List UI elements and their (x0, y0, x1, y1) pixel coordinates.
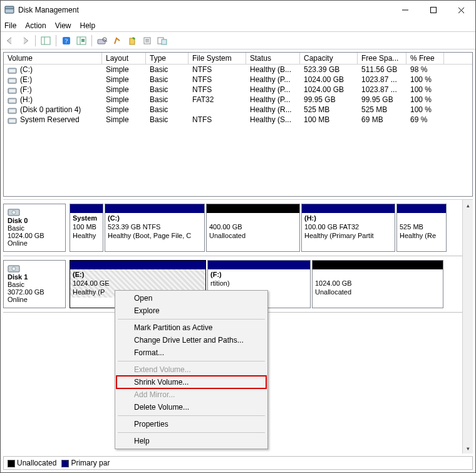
col-capacity[interactable]: Capacity (300, 53, 358, 65)
disk-type: Basic (8, 224, 61, 232)
toolbar-separator (35, 35, 36, 46)
ctx-format[interactable]: Format... (116, 346, 266, 359)
disk-name: Disk 0 (8, 217, 61, 224)
menu-action[interactable]: Action (25, 21, 46, 30)
cell (189, 105, 246, 115)
maximize-button[interactable] (419, 1, 447, 19)
legend-primary: Primary par (61, 459, 110, 467)
ctx-open[interactable]: Open (116, 292, 266, 304)
cell: (E:) (4, 75, 102, 85)
partition[interactable]: (H:)100.00 GB FAT32Healthy (Primary Part… (301, 204, 395, 252)
cell: Healthy (P... (246, 75, 300, 85)
scroll-up-icon[interactable]: ▴ (463, 200, 473, 211)
drive-icon (8, 96, 18, 104)
vertical-scrollbar[interactable]: ▴ ▾ (462, 200, 473, 454)
ctx-shrink[interactable]: Shrink Volume... (116, 376, 266, 388)
disk-type: Basic (8, 281, 61, 288)
disk-header[interactable]: Disk 0Basic1024.00 GBOnline (3, 204, 66, 252)
col-layout[interactable]: Layout (102, 53, 146, 65)
partition[interactable]: 525 MBHealthy (Re (396, 204, 447, 252)
ctx-explore[interactable]: Explore (116, 304, 266, 317)
menu-help[interactable]: Help (80, 21, 96, 30)
volume-row[interactable]: (E:)SimpleBasicNTFSHealthy (P...1024.00 … (4, 75, 472, 85)
col-type[interactable]: Type (146, 53, 189, 65)
help-button[interactable]: ? (59, 34, 73, 48)
cell: Basic (146, 75, 189, 85)
cell: NTFS (189, 75, 246, 85)
disk-icon (8, 263, 20, 272)
drive-icon (8, 66, 18, 74)
drive-icon (8, 86, 18, 94)
cell: Simple (102, 75, 146, 85)
scroll-down-icon[interactable]: ▾ (463, 443, 473, 454)
partition-stripe (302, 204, 395, 213)
close-button[interactable] (447, 1, 475, 19)
drive-icon (8, 107, 18, 114)
volume-list-body[interactable]: (C:)SimpleBasicNTFSHealthy (B...523.39 G… (4, 65, 472, 196)
cell: Simple (102, 65, 146, 75)
disk-header[interactable]: Disk 1Basic3072.00 GBOnline (3, 260, 66, 308)
action-b-button[interactable] (125, 34, 139, 48)
legend-unallocated-label: Unallocated (17, 459, 56, 467)
partition-label: (F:)rtition) (208, 269, 310, 289)
volume-row[interactable]: (Disk 0 partition 4)SimpleBasicHealthy (… (4, 105, 472, 115)
volume-row[interactable]: (F:)SimpleBasicNTFSHealthy (P...1024.00 … (4, 85, 472, 95)
col-free[interactable]: Free Spa... (358, 53, 406, 65)
partition-unallocated[interactable]: 400.00 GBUnallocated (206, 204, 300, 252)
ctx-separator (118, 319, 265, 320)
rescan-disks-button[interactable] (95, 34, 109, 48)
action-a-button[interactable] (110, 34, 124, 48)
svg-rect-29 (9, 90, 15, 92)
cell: 1023.87 ... (358, 85, 406, 95)
cell: (H:) (4, 95, 102, 105)
col-pct[interactable]: % Free (406, 53, 444, 65)
svg-point-39 (12, 267, 16, 271)
cell: 1023.87 ... (358, 75, 406, 85)
svg-text:?: ? (65, 38, 68, 44)
volume-row[interactable]: (C:)SimpleBasicNTFSHealthy (B...523.39 G… (4, 65, 472, 75)
col-fs[interactable]: File System (189, 53, 246, 65)
ctx-extend: Extend Volume... (116, 363, 266, 376)
ctx-properties[interactable]: Properties (116, 418, 266, 430)
partition[interactable]: (C:)523.39 GB NTFSHealthy (Boot, Page Fi… (105, 204, 205, 252)
ctx-delete[interactable]: Delete Volume... (116, 401, 266, 413)
forward-button[interactable] (18, 34, 32, 48)
svg-rect-1 (5, 6, 14, 9)
partition-stripe (397, 204, 446, 213)
app-icon (4, 5, 14, 15)
cell: NTFS (189, 65, 246, 75)
show-hide-tree-button[interactable] (39, 34, 53, 48)
partition-unallocated[interactable]: 1024.00 GBUnallocated (312, 260, 443, 308)
cell: (Disk 0 partition 4) (4, 105, 102, 115)
back-button[interactable] (3, 34, 17, 48)
ctx-help[interactable]: Help (116, 435, 266, 447)
cell: Healthy (B... (246, 65, 300, 75)
col-status[interactable]: Status (246, 53, 300, 65)
partition-label: (H:)100.00 GB FAT32Healthy (Primary Part… (302, 213, 395, 241)
cell: 1024.00 GB (300, 75, 358, 85)
volume-row[interactable]: System ReservedSimpleBasicNTFSHealthy (S… (4, 115, 472, 125)
partition-stripe (105, 204, 204, 213)
partition-label: 525 MBHealthy (Re (397, 213, 446, 241)
partition[interactable]: System100 MBHealthy (70, 204, 103, 252)
ctx-mark-active[interactable]: Mark Partition as Active (116, 321, 266, 334)
col-volume[interactable]: Volume (4, 53, 102, 65)
svg-rect-12 (81, 39, 85, 42)
cell: NTFS (189, 115, 246, 125)
minimize-button[interactable] (391, 1, 419, 19)
cell: Simple (102, 115, 146, 125)
cell: Healthy (S... (246, 115, 300, 125)
partition-stripe (207, 204, 299, 213)
refresh-button[interactable] (75, 34, 88, 48)
ctx-change-letter[interactable]: Change Drive Letter and Paths... (116, 334, 266, 346)
disk-size: 1024.00 GB (8, 232, 61, 239)
properties-button[interactable] (140, 34, 154, 48)
svg-rect-33 (9, 110, 15, 112)
legend: Unallocated Primary par (3, 456, 473, 470)
menu-view[interactable]: View (55, 21, 71, 30)
cell: 99.95 GB (358, 95, 406, 105)
menu-file[interactable]: File (4, 21, 16, 30)
action-c-button[interactable] (155, 34, 169, 48)
partition-label: 1024.00 GBUnallocated (313, 269, 443, 298)
volume-row[interactable]: (H:)SimpleBasicFAT32Healthy (P...99.95 G… (4, 95, 472, 105)
